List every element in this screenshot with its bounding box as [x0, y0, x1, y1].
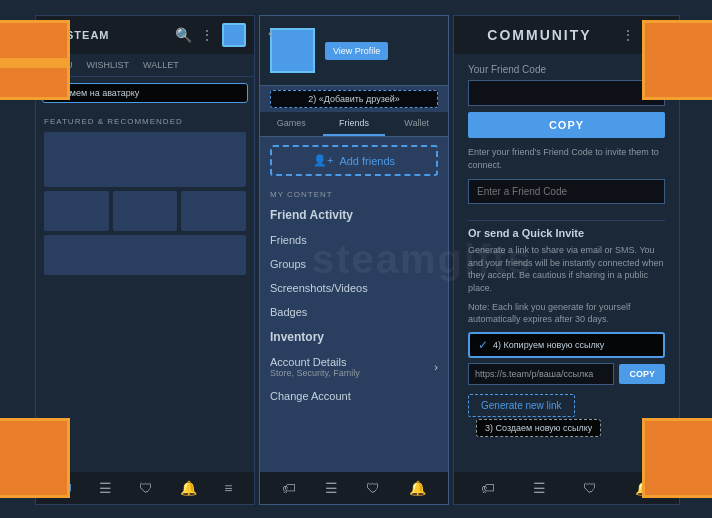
menu-item-friend-activity[interactable]: Friend Activity [260, 202, 448, 228]
menu-item-inventory[interactable]: Inventory [260, 324, 448, 350]
tab-wallet[interactable]: Wallet [385, 112, 448, 136]
tab-friends[interactable]: Friends [323, 112, 386, 136]
add-friends-icon: 👤+ [313, 154, 333, 167]
view-profile-button[interactable]: View Profile [325, 42, 388, 60]
back-button[interactable]: ‹ [268, 24, 273, 42]
menu-item-label: Change Account [270, 390, 351, 402]
gift-decoration-bottom-left [0, 418, 70, 498]
featured-images-row [44, 191, 246, 231]
menu-item-label: Screenshots/Videos [270, 282, 368, 294]
tooltip-generate-link: 3) Создаем новую ссылку [476, 419, 601, 437]
link-url-input[interactable] [468, 363, 614, 385]
menu-item-label: Groups [270, 258, 306, 270]
menu-item-label: Friend Activity [270, 208, 353, 222]
featured-image-small-1 [44, 191, 109, 231]
nav-wishlist[interactable]: WISHLIST [83, 58, 134, 72]
generate-link-container: Generate new link 3) Создаем новую ссылк… [468, 390, 665, 439]
tab-games[interactable]: Games [260, 112, 323, 136]
bottom-shield-icon[interactable]: 🛡 [139, 480, 153, 496]
bottom-menu-icon[interactable]: ≡ [224, 480, 232, 496]
menu-item-screenshots[interactable]: Screenshots/Videos [260, 276, 448, 300]
divider [468, 220, 665, 221]
nav-wallet[interactable]: WALLET [139, 58, 183, 72]
menu-item-sub: Store, Security, Family [270, 368, 360, 378]
middle-bottom-bar: 🏷 ☰ 🛡 🔔 [260, 472, 448, 504]
bottom-bell-icon-m[interactable]: 🔔 [409, 480, 426, 496]
note-text: Note: Each link you generate for yoursel… [468, 301, 665, 326]
featured-image-2 [44, 235, 246, 275]
menu-item-account[interactable]: Account Details Store, Security, Family … [260, 350, 448, 384]
friend-code-input[interactable] [468, 80, 665, 106]
featured-image-small-3 [181, 191, 246, 231]
search-icon[interactable]: 🔍 [175, 27, 192, 43]
add-friends-button[interactable]: 👤+ Add friends [270, 145, 438, 176]
tooltip-avatar: 1) Жмем на аватарку [42, 83, 248, 103]
bottom-list-icon[interactable]: ☰ [99, 480, 112, 496]
copy-link-button[interactable]: COPY [619, 364, 665, 384]
tooltip-copy-link: ✓ 4) Копируем новую ссылку [468, 332, 665, 358]
profile-area: View Profile [260, 16, 448, 86]
bottom-bell-icon[interactable]: 🔔 [180, 480, 197, 496]
bottom-shield-icon-r[interactable]: 🛡 [583, 480, 597, 496]
menu-item-badges[interactable]: Badges [260, 300, 448, 324]
quick-invite-label: Or send a Quick Invite [468, 227, 665, 239]
check-icon: ✓ [478, 338, 488, 352]
bottom-list-icon-r[interactable]: ☰ [533, 480, 546, 496]
main-container: ⚙ STEAM 🔍 ⋮ MENU WISHLIST WALLET 1) Жмем… [35, 15, 680, 505]
bottom-list-icon-m[interactable]: ☰ [325, 480, 338, 496]
community-more-icon[interactable]: ⋮ [621, 27, 635, 43]
menu-item-label: Friends [270, 234, 307, 246]
chevron-right-icon: › [434, 361, 438, 373]
tooltip-add-friends: 2) «Добавить друзей» [270, 90, 438, 108]
menu-item-label: Account Details [270, 356, 360, 368]
menu-item-change-account[interactable]: Change Account [260, 384, 448, 408]
bottom-shield-icon-m[interactable]: 🛡 [366, 480, 380, 496]
invite-description: Enter your friend's Friend Code to invit… [468, 146, 665, 171]
featured-image-small-2 [113, 191, 178, 231]
add-friends-label: Add friends [339, 155, 395, 167]
generate-new-link-button[interactable]: Generate new link [468, 394, 575, 417]
menu-item-label: Badges [270, 306, 307, 318]
copy-friend-code-button[interactable]: COPY [468, 112, 665, 138]
community-content: Your Friend Code COPY Enter your friend'… [454, 54, 679, 472]
bottom-tag-icon-m[interactable]: 🏷 [282, 480, 296, 496]
enter-friend-code-input[interactable] [468, 179, 665, 204]
featured-image-main [44, 132, 246, 187]
featured-images [44, 132, 246, 275]
header-icons: 🔍 ⋮ [175, 23, 246, 47]
gift-decoration-bottom-right [642, 418, 712, 498]
middle-panel: ‹ View Profile 2) «Добавить друзей» Game… [259, 15, 449, 505]
profile-avatar [270, 28, 315, 73]
gift-decoration-right [642, 20, 712, 100]
link-bar: COPY [468, 363, 665, 385]
steam-label: STEAM [66, 29, 110, 41]
tooltip-copy-label: 4) Копируем новую ссылку [493, 340, 604, 350]
quick-invite-desc: Generate a link to share via email or SM… [468, 244, 665, 294]
community-title: COMMUNITY [487, 27, 591, 43]
friend-code-label: Your Friend Code [468, 64, 665, 75]
gift-decoration-left [0, 20, 70, 100]
my-content-label: MY CONTENT [260, 184, 448, 202]
profile-tabs: Games Friends Wallet [260, 112, 448, 137]
menu-item-friends[interactable]: Friends [260, 228, 448, 252]
avatar[interactable] [222, 23, 246, 47]
more-icon[interactable]: ⋮ [200, 27, 214, 43]
menu-item-content: Account Details Store, Security, Family [270, 356, 360, 378]
menu-item-label: Inventory [270, 330, 324, 344]
bottom-tag-icon-r[interactable]: 🏷 [481, 480, 495, 496]
featured-label: FEATURED & RECOMMENDED [44, 117, 246, 126]
menu-item-groups[interactable]: Groups [260, 252, 448, 276]
